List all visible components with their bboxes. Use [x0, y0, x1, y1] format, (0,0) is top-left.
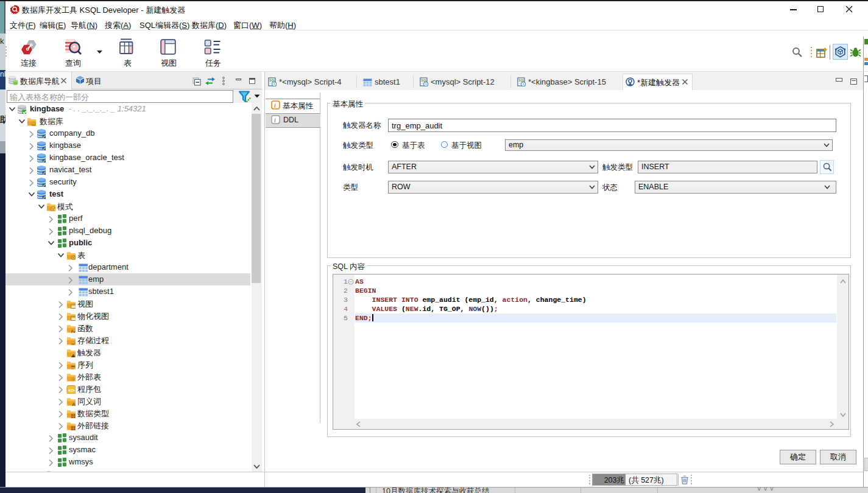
svg-text:i: i — [274, 117, 276, 124]
svg-text:i: i — [274, 102, 276, 109]
